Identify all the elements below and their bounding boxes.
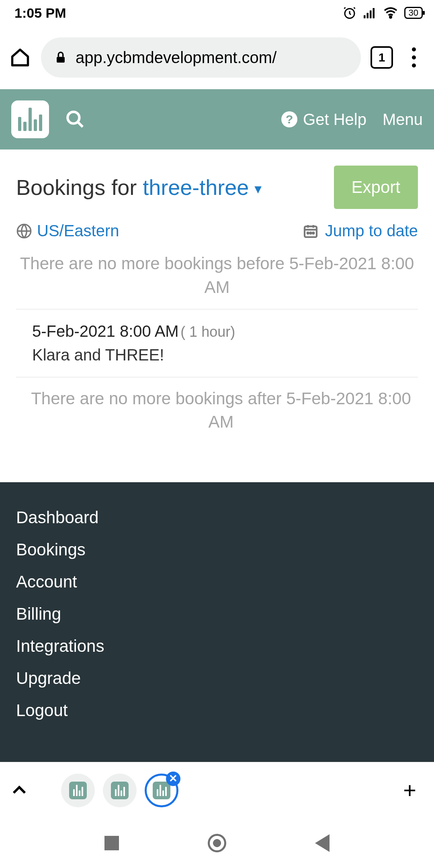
tab-counter[interactable]: 1 [371,46,393,69]
wifi-icon [383,6,399,20]
battery-icon: 30 [404,7,423,19]
booking-datetime: 5-Feb-2021 8:00 AM [32,322,179,340]
calendar-selector[interactable]: three-three▼ [143,175,264,199]
get-help-link[interactable]: ? Get Help [281,111,366,129]
search-icon[interactable] [65,109,85,129]
svg-point-7 [68,112,79,123]
help-icon: ? [281,111,297,127]
tab-chip-active[interactable]: ✕ [145,774,178,807]
app-logo[interactable] [11,100,49,138]
page-title: Bookings for three-three▼ [16,175,324,200]
nav-upgrade[interactable]: Upgrade [16,662,418,694]
booking-title: Klara and THREE! [32,346,418,364]
booking-item[interactable]: 5-Feb-2021 8:00 AM ( 1 hour) Klara and T… [0,319,434,367]
chrome-tab-strip: ✕ + [0,762,434,818]
app-header: ? Get Help Menu [0,89,434,149]
lock-icon [54,51,68,64]
svg-point-5 [389,16,391,18]
recent-apps-button[interactable] [104,836,119,850]
menu-link[interactable]: Menu [383,111,423,129]
back-button[interactable] [315,834,330,852]
chevron-up-icon[interactable] [10,781,29,800]
title-row: Bookings for three-three▼ Export [0,149,434,217]
svg-rect-6 [57,57,65,63]
nav-bookings[interactable]: Bookings [16,534,418,566]
browser-menu-button[interactable] [403,47,425,68]
svg-rect-4 [373,8,375,18]
home-sys-button[interactable] [208,834,226,852]
nav-dashboard[interactable]: Dashboard [16,502,418,534]
svg-point-10 [307,232,308,233]
url-bar[interactable]: app.ycbmdevelopment.com/ [41,37,361,78]
svg-rect-3 [370,10,372,18]
globe-icon [16,223,32,239]
timezone-selector[interactable]: US/Eastern [16,222,119,240]
url-text: app.ycbmdevelopment.com/ [76,49,276,67]
signal-icon [362,6,377,20]
sub-row: US/Eastern Jump to date [0,217,434,252]
tab-close-icon[interactable]: ✕ [166,772,180,786]
svg-rect-1 [364,15,366,18]
svg-rect-2 [366,13,368,18]
alarm-icon [342,6,357,20]
export-button[interactable]: Export [334,166,418,209]
tab-chip[interactable] [61,774,95,807]
calendar-icon [303,223,319,239]
booking-duration: ( 1 hour) [180,323,235,340]
android-nav-bar [0,818,434,868]
svg-point-12 [313,232,314,233]
nav-integrations[interactable]: Integrations [16,630,418,662]
status-icons: 30 [342,6,423,20]
browser-toolbar: app.ycbmdevelopment.com/ 1 [0,26,434,89]
get-help-label: Get Help [303,111,366,129]
no-bookings-before: There are no more bookings before 5-Feb-… [0,252,434,299]
nav-billing[interactable]: Billing [16,598,418,630]
tab-chip[interactable] [103,774,137,807]
new-tab-button[interactable]: + [395,777,424,803]
no-bookings-after: There are no more bookings after 5-Feb-2… [0,387,434,434]
svg-point-11 [310,232,311,233]
jump-to-date[interactable]: Jump to date [303,222,418,240]
android-status-bar: 1:05 PM 30 [0,0,434,26]
status-time: 1:05 PM [14,5,66,21]
home-button[interactable] [9,46,31,69]
nav-account[interactable]: Account [16,566,418,598]
chevron-down-icon: ▼ [252,182,264,196]
footer-nav: Dashboard Bookings Account Billing Integ… [0,482,434,762]
nav-logout[interactable]: Logout [16,694,418,727]
